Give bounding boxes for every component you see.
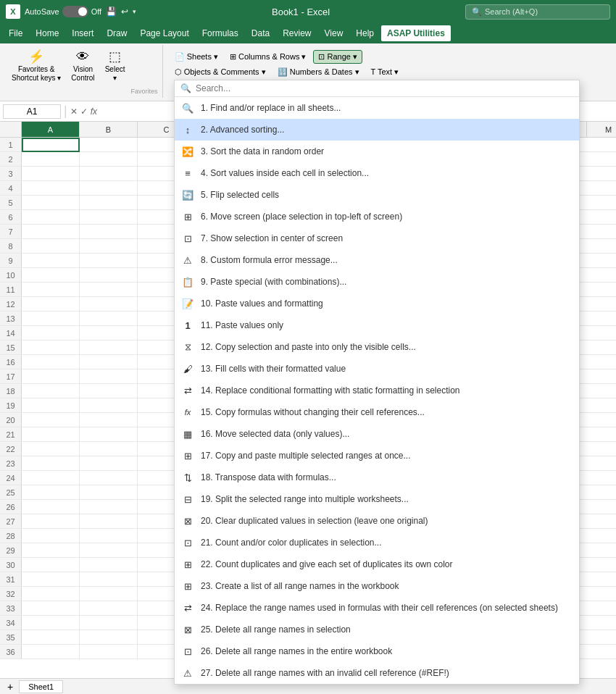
cell[interactable] (22, 587, 80, 601)
cell[interactable] (22, 369, 80, 384)
cell[interactable] (80, 427, 138, 442)
cell[interactable] (22, 500, 80, 514)
menu-view[interactable]: View (319, 25, 349, 41)
cell[interactable] (22, 514, 80, 529)
col-header-m[interactable]: M (587, 122, 616, 137)
menu-help[interactable]: Help (350, 25, 380, 41)
cell[interactable] (22, 572, 80, 587)
ribbon-btn-text[interactable]: T Text ▾ (367, 66, 404, 78)
cell[interactable] (80, 645, 138, 659)
cell[interactable] (22, 326, 80, 340)
cell[interactable] (80, 543, 138, 558)
dropdown-item-17[interactable]: ⊞ 17. Copy and paste multiple selected r… (175, 445, 579, 467)
cell[interactable] (22, 456, 80, 471)
cell[interactable] (22, 340, 80, 355)
dropdown-item-21[interactable]: ⊡ 21. Count and/or color duplicates in s… (175, 532, 579, 553)
cell[interactable] (80, 442, 138, 456)
cell[interactable] (22, 543, 80, 558)
cell[interactable] (80, 225, 138, 239)
cell[interactable] (22, 645, 80, 659)
cell[interactable] (80, 355, 138, 369)
cell[interactable] (80, 210, 138, 225)
cell[interactable] (22, 471, 80, 485)
dropdown-item-22[interactable]: ⊞ 22. Count duplicates and give each set… (175, 553, 579, 575)
cell-reference[interactable]: A1 (3, 104, 61, 119)
cell[interactable] (80, 196, 138, 210)
cell[interactable] (22, 312, 80, 326)
cell[interactable] (22, 239, 80, 254)
menu-review[interactable]: Review (277, 25, 317, 41)
cell[interactable] (80, 616, 138, 630)
save-icon[interactable]: 💾 (106, 7, 117, 17)
cell[interactable] (22, 485, 80, 500)
cell[interactable] (80, 239, 138, 254)
cell[interactable] (80, 630, 138, 645)
menu-file[interactable]: File (3, 25, 28, 41)
ribbon-btn-favorites[interactable]: ⚡ Favorites &Shortcut keys ▾ (7, 46, 65, 84)
dropdown-item-11[interactable]: 1 11. Paste values only (175, 314, 579, 336)
ribbon-btn-vision[interactable]: 👁 VisionControl (67, 46, 99, 84)
cell[interactable] (22, 268, 80, 283)
sheet-tab-1[interactable]: Sheet1 (19, 680, 63, 693)
ribbon-btn-select[interactable]: ⬚ Select▾ (101, 46, 130, 84)
cell[interactable] (80, 601, 138, 616)
dropdown-item-25[interactable]: ⊠ 25. Delete all range names in selectio… (175, 619, 579, 640)
cell[interactable] (22, 413, 80, 427)
dropdown-item-18[interactable]: ⇅ 18. Transpose data with formulas... (175, 467, 579, 488)
dropdown-arrow-title[interactable]: ▾ (133, 8, 136, 15)
cell-b1[interactable] (80, 138, 138, 152)
cell[interactable] (22, 167, 80, 181)
cell[interactable] (22, 297, 80, 312)
cell[interactable] (80, 514, 138, 529)
cell[interactable] (22, 210, 80, 225)
cell[interactable] (80, 398, 138, 413)
cell[interactable] (80, 587, 138, 601)
cell[interactable] (22, 355, 80, 369)
cell[interactable] (22, 601, 80, 616)
dropdown-item-24[interactable]: ⇄ 24. Replace the range names used in fo… (175, 597, 579, 619)
formula-cancel-icon[interactable]: ✕ (70, 106, 78, 117)
ribbon-btn-objects[interactable]: ⬡ Objects & Comments ▾ (170, 66, 270, 78)
col-header-a[interactable]: A (22, 122, 80, 137)
cell[interactable] (80, 558, 138, 572)
menu-page-layout[interactable]: Page Layout (134, 25, 194, 41)
dropdown-item-26[interactable]: ⊡ 26. Delete all range names in the enti… (175, 640, 579, 662)
cell[interactable] (22, 283, 80, 297)
dropdown-item-12[interactable]: ⧖ 12. Copy selection and paste into only… (175, 336, 579, 358)
cell[interactable] (80, 471, 138, 485)
ribbon-btn-numbers-dates[interactable]: 🔢 Numbers & Dates ▾ (273, 66, 364, 78)
cell[interactable] (22, 254, 80, 268)
formula-fx-icon[interactable]: fx (91, 106, 97, 117)
autosave-toggle[interactable] (62, 6, 88, 17)
dropdown-item-20[interactable]: ⊠ 20. Clear duplicated values in selecti… (175, 510, 579, 532)
cell[interactable] (80, 485, 138, 500)
cell[interactable] (22, 442, 80, 456)
cell[interactable] (22, 558, 80, 572)
add-sheet-button[interactable]: + (3, 681, 17, 693)
cell[interactable] (80, 384, 138, 398)
cell[interactable] (80, 268, 138, 283)
dropdown-item-6[interactable]: ⊞ 6. Move screen (place selection in top… (175, 206, 579, 227)
menu-insert[interactable]: Insert (66, 25, 99, 41)
cell[interactable] (22, 427, 80, 442)
cell[interactable] (22, 225, 80, 239)
ribbon-btn-range[interactable]: ⊡ Range ▾ (313, 50, 362, 64)
menu-draw[interactable]: Draw (101, 25, 133, 41)
dropdown-item-7[interactable]: ⊡ 7. Show selection in center of screen (175, 227, 579, 249)
dropdown-item-5[interactable]: 🔄 5. Flip selected cells (175, 184, 579, 206)
cell[interactable] (80, 500, 138, 514)
menu-formulas[interactable]: Formulas (196, 25, 244, 41)
dropdown-item-16[interactable]: ▦ 16. Move selected data (only values)..… (175, 423, 579, 445)
cell[interactable] (22, 152, 80, 167)
dropdown-item-15[interactable]: fx 15. Copy formulas without changing th… (175, 401, 579, 423)
cell[interactable] (80, 254, 138, 268)
cell[interactable] (80, 283, 138, 297)
cell[interactable] (22, 616, 80, 630)
menu-asap-utilities[interactable]: ASAP Utilities (381, 25, 451, 41)
dropdown-item-23[interactable]: ⊞ 23. Create a list of all range names i… (175, 575, 579, 597)
cell[interactable] (22, 630, 80, 645)
cell[interactable] (80, 312, 138, 326)
dropdown-search-input[interactable] (196, 83, 573, 93)
cell[interactable] (22, 196, 80, 210)
dropdown-item-10[interactable]: 📝 10. Paste values and formatting (175, 293, 579, 314)
